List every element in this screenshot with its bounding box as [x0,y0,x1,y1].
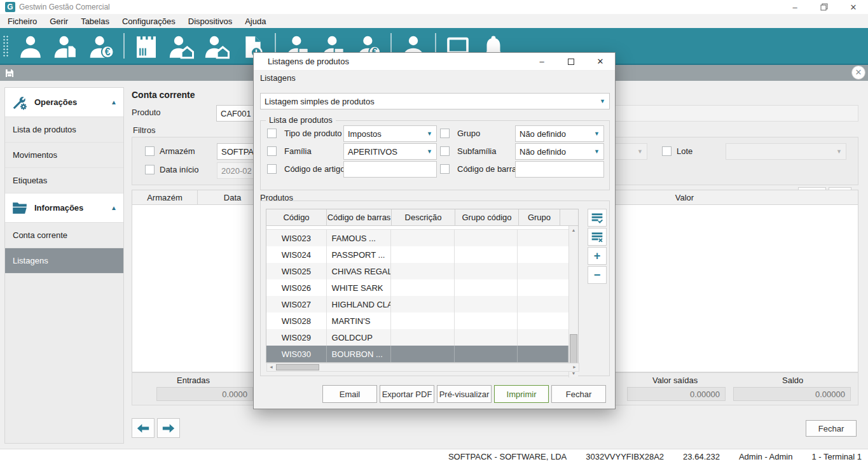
table-row[interactable]: WIS026 WHITE SARK [266,279,568,296]
user-euro-icon[interactable]: € [86,32,118,60]
status-company: SOFTPACK - SOFTWARE, LDA [448,452,567,461]
table-row[interactable]: WIS027 HIGHLAND CLAN [266,296,568,313]
col-grupo[interactable]: Grupo [519,209,560,225]
scrollbar-thumb[interactable] [276,364,319,370]
col-grupo-codigo[interactable]: Grupo código [455,209,519,225]
valor-saidas-value: 0.00000 [627,387,726,401]
imprimir-button[interactable]: Imprimir [494,385,549,403]
dialog-maximize-button[interactable] [556,53,586,71]
lote-checkbox[interactable] [662,146,672,156]
previous-button[interactable] [132,418,155,438]
subfamilia-select[interactable]: Não definido ▼ [515,143,604,160]
user-home-icon[interactable] [166,32,198,60]
col-codigo[interactable]: Código [266,209,327,225]
tab-close-button[interactable]: ✕ [851,66,865,80]
cell-grupo-codigo [455,246,518,263]
table-row-selected[interactable]: WIS030 BOURBON ... [266,346,568,362]
menu-ficheiro[interactable]: Ficheiro [1,15,43,27]
dialog-fechar-button[interactable]: Fechar [551,385,606,403]
window-restore-button[interactable] [809,0,839,14]
statusbar: SOFTPACK - SOFTWARE, LDA 3032VVYYFIBX28A… [0,449,868,464]
horizontal-scrollbar[interactable]: ◄ ► [266,363,579,372]
user-document-icon[interactable] [50,32,82,60]
sidebar-item-movimentos[interactable]: Movimentos [5,143,123,168]
restore-icon [820,3,828,11]
col-codigo-de-barras[interactable]: Código de barras [327,209,392,225]
tipo-de-produto-checkbox[interactable] [267,129,277,138]
menu-tabelas[interactable]: Tabelas [74,15,116,27]
saldo-label: Saldo [782,376,803,385]
col-descricao[interactable]: Descrição [392,209,455,225]
familia-label: Família [284,146,312,156]
sidebar-section-informacoes[interactable]: Informações ▲ [5,193,123,223]
menu-gerir[interactable]: Gerir [43,15,74,27]
subfamilia-checkbox[interactable] [440,146,450,156]
window-close-button[interactable]: ✕ [839,0,868,14]
next-button[interactable] [157,418,180,438]
listagem-select[interactable]: Listagem simples de produtos ▼ [260,93,610,109]
exportar-pdf-button[interactable]: Exportar PDF [380,385,434,403]
cell-descricao [391,329,455,346]
table-row[interactable]: WIS024 PASSPORT ... [266,246,568,263]
scroll-left-icon[interactable]: ◄ [267,363,275,371]
table-row[interactable]: WIS028 MARTIN'S [266,313,568,329]
dialog-minimize-button[interactable]: – [527,53,556,71]
familia-checkbox[interactable] [267,146,277,156]
chevron-up-icon[interactable]: ▲ [111,99,117,106]
scroll-right-icon[interactable]: ► [570,363,579,371]
menu-configuracoes[interactable]: Configurações [116,15,182,27]
menu-dispositivos[interactable]: Dispositivos [182,15,238,27]
grupo-select[interactable]: Não definido ▼ [515,125,604,142]
table-row[interactable]: WIS023 FAMOUS ... [266,230,568,246]
vertical-scrollbar[interactable]: ▲ ▼ [568,226,578,377]
sidebar-item-listagens[interactable]: Listagens [5,248,123,274]
sidebar-item-lista-de-produtos[interactable]: Lista de produtos [5,117,123,143]
deselect-all-button[interactable] [588,228,607,246]
select-all-button[interactable] [588,209,607,227]
add-button[interactable]: + [588,247,607,265]
familia-select[interactable]: APERITIVOS ▼ [343,143,437,160]
cell-codigo: WIS024 [266,246,327,263]
user-home-alt-icon[interactable] [202,32,233,60]
dialog-titlebar: Listagens de produtos – ✕ [254,53,615,71]
data-inicio-checkbox[interactable] [145,165,155,174]
grupo-checkbox[interactable] [440,129,450,138]
scroll-up-icon[interactable]: ▲ [569,226,578,234]
col-armazem[interactable]: Armazém [132,190,198,204]
cell-descricao [391,263,455,279]
codigo-artigo-input[interactable] [343,161,437,178]
cell-codigo: WIS028 [266,313,327,329]
armazem-checkbox[interactable] [145,146,155,156]
tipo-de-produto-select[interactable]: Impostos ▼ [343,125,437,142]
pre-visualizar-button[interactable]: Pré-visualizar [437,385,492,403]
email-button[interactable]: Email [322,385,377,403]
sidebar-section-operacoes[interactable]: Operações ▲ [5,88,123,117]
remove-button[interactable]: − [588,266,607,284]
cell-grupo [518,230,568,246]
codigo-barras-checkbox[interactable] [440,164,450,174]
dialog-close-button[interactable]: ✕ [586,53,615,71]
window-minimize-button[interactable]: – [780,0,809,14]
plus-icon: + [594,250,601,263]
wrench-gear-icon [11,94,28,111]
menu-ajuda[interactable]: Ajuda [238,15,272,27]
table-row[interactable]: WIS029 GOLDCUP [266,329,568,346]
cell-codigo: WIS023 [266,230,327,246]
codigo-artigo-checkbox[interactable] [267,164,277,174]
status-license: 3032VVYYFIBX28A2 [586,452,664,461]
table-side-buttons: + − [588,209,607,284]
filtros-label: Filtros [133,125,155,135]
chevron-up-icon[interactable]: ▲ [111,204,117,211]
grupo-label: Grupo [457,129,480,138]
sidebar-item-conta-corrente[interactable]: Conta corrente [5,223,123,248]
codigo-barras-input[interactable] [515,161,604,178]
sidebar-item-etiquetas[interactable]: Etiquetas [5,168,123,193]
chevron-down-icon: ▼ [836,148,842,155]
app-logo-icon: G [5,2,15,12]
table-row[interactable]: WIS025 CHIVAS REGAL [266,263,568,279]
user-icon[interactable] [15,32,46,60]
save-icon[interactable] [4,68,15,78]
warehouse-barcode-icon[interactable] [130,32,162,60]
cell-descricao [391,279,455,296]
main-fechar-button[interactable]: Fechar [806,420,857,437]
